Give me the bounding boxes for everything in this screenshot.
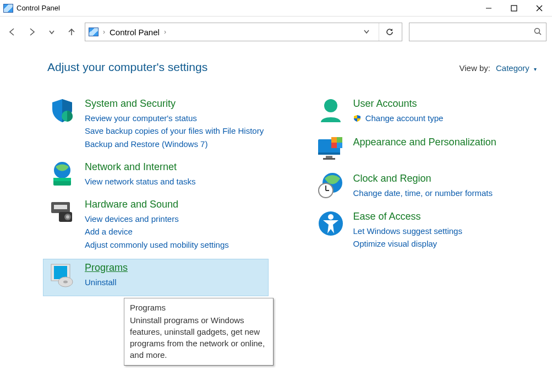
content-area: Adjust your computer's settings View by:… (0, 47, 552, 296)
svg-rect-1 (511, 6, 517, 11)
category-title[interactable]: Hardware and Sound (85, 199, 269, 210)
svg-point-33 (328, 214, 334, 220)
category-link[interactable]: Adjust commonly used mobility settings (85, 238, 269, 251)
category-link[interactable]: Save backup copies of your files with Fi… (85, 124, 269, 137)
caret-down-icon: ▾ (534, 66, 537, 72)
svg-point-18 (63, 280, 68, 283)
right-column: User Accounts Change account type Appear… (269, 95, 537, 296)
category-link[interactable]: Change date, time, or number formats (353, 187, 537, 199)
svg-rect-26 (331, 143, 337, 148)
uac-shield-icon (353, 113, 361, 126)
tooltip: Programs Uninstall programs or Windows f… (124, 298, 274, 366)
tooltip-title: Programs (130, 302, 267, 313)
category-title[interactable]: Appearance and Personalization (353, 137, 537, 148)
up-button[interactable] (65, 25, 78, 39)
svg-point-19 (324, 99, 337, 112)
category-ease-of-access[interactable]: Ease of Access Let Windows suggest setti… (311, 208, 537, 258)
category-link[interactable]: Backup and Restore (Windows 7) (85, 138, 269, 150)
svg-rect-25 (337, 137, 342, 143)
back-button[interactable] (6, 25, 19, 39)
category-link[interactable]: Optimize visual display (353, 237, 537, 250)
printer-camera-icon (47, 199, 77, 224)
svg-rect-11 (54, 205, 67, 209)
category-link[interactable]: View devices and printers (85, 213, 269, 225)
tooltip-body: Uninstall programs or Windows features, … (130, 314, 267, 361)
accessibility-icon (316, 211, 346, 236)
chevron-right-icon[interactable]: › (164, 28, 166, 36)
toolbar: › Control Panel › (0, 17, 552, 47)
address-history-dropdown[interactable] (359, 28, 374, 37)
category-link[interactable]: View network status and tasks (85, 175, 269, 188)
titlebar: Control Panel (0, 0, 552, 17)
address-location[interactable]: Control Panel (110, 28, 160, 37)
viewby-value: Category (496, 63, 529, 73)
address-app-icon (89, 28, 99, 36)
minimize-button[interactable] (476, 0, 501, 17)
left-column: System and Security Review your computer… (0, 95, 269, 296)
category-link-text: Change account type (365, 113, 444, 123)
user-icon (316, 98, 346, 123)
control-panel-icon (3, 4, 13, 13)
category-title[interactable]: Programs (85, 262, 268, 274)
forward-button[interactable] (25, 25, 39, 39)
search-box[interactable] (409, 23, 546, 41)
search-icon (534, 28, 542, 37)
viewby-dropdown[interactable]: Category ▾ (496, 63, 537, 73)
viewby-label: View by: (460, 63, 490, 73)
category-link[interactable]: Uninstall (85, 276, 268, 288)
programs-icon (47, 262, 77, 287)
svg-rect-27 (337, 143, 342, 148)
category-columns: System and Security Review your computer… (0, 95, 537, 296)
recent-locations-button[interactable] (45, 25, 58, 39)
category-clock-region[interactable]: Clock and Region Change date, time, or n… (311, 170, 537, 207)
category-link[interactable]: Review your computer's status (85, 112, 269, 124)
svg-rect-21 (318, 153, 340, 155)
heading-row: Adjust your computer's settings View by:… (47, 61, 537, 74)
category-title[interactable]: User Accounts (353, 98, 537, 110)
svg-point-4 (535, 28, 540, 33)
svg-point-14 (66, 215, 69, 219)
category-network-internet[interactable]: Network and Internet View network status… (43, 158, 269, 195)
svg-rect-22 (326, 156, 332, 158)
category-programs[interactable]: Programs Uninstall (43, 259, 269, 296)
category-title[interactable]: Network and Internet (85, 161, 269, 173)
svg-rect-24 (331, 137, 337, 143)
window-title: Control Panel (17, 4, 60, 12)
svg-rect-9 (53, 178, 71, 181)
shield-icon (47, 98, 77, 123)
close-button[interactable] (527, 0, 552, 17)
globe-icon (47, 161, 77, 187)
refresh-button[interactable] (379, 23, 400, 41)
category-title[interactable]: System and Security (85, 98, 269, 110)
category-title[interactable]: Ease of Access (353, 211, 537, 222)
category-user-accounts[interactable]: User Accounts Change account type (311, 95, 537, 133)
clock-globe-icon (316, 173, 346, 198)
svg-rect-23 (323, 158, 335, 160)
category-link[interactable]: Add a device (85, 225, 269, 238)
monitor-colors-icon (316, 137, 346, 162)
category-system-security[interactable]: System and Security Review your computer… (43, 95, 269, 158)
category-link[interactable]: Let Windows suggest settings (353, 225, 537, 237)
chevron-right-icon[interactable]: › (103, 28, 105, 36)
category-link[interactable]: Change account type (353, 112, 537, 126)
maximize-button[interactable] (501, 0, 527, 17)
address-bar[interactable]: › Control Panel › (85, 23, 402, 41)
category-hardware-sound[interactable]: Hardware and Sound View devices and prin… (43, 195, 269, 259)
category-title[interactable]: Clock and Region (353, 173, 537, 184)
svg-line-5 (539, 32, 542, 35)
page-title: Adjust your computer's settings (47, 61, 207, 74)
category-appearance-personalization[interactable]: Appearance and Personalization (311, 133, 537, 170)
